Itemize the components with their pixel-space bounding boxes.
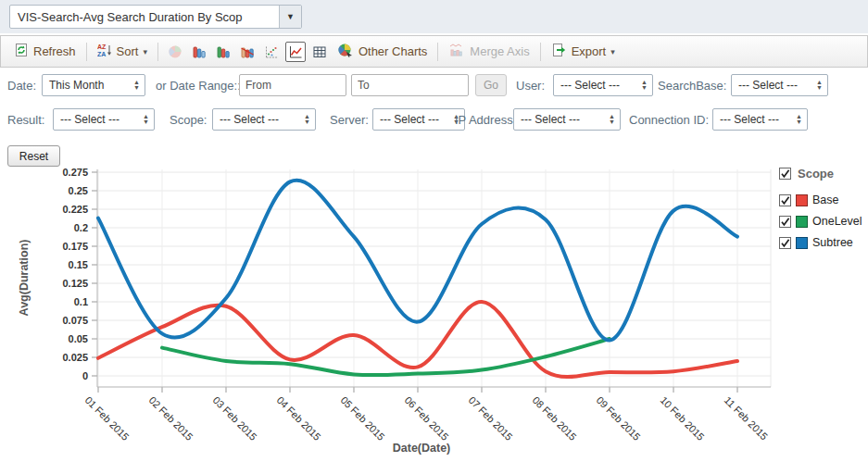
ip-address-label: IP Address: bbox=[455, 113, 516, 127]
svg-text:0.275: 0.275 bbox=[62, 167, 88, 178]
refresh-icon bbox=[14, 43, 29, 60]
line-chart-canvas: 00.0250.050.0750.10.1250.150.1750.20.225… bbox=[0, 139, 868, 474]
export-icon bbox=[551, 43, 567, 60]
checkbox-checked-icon bbox=[779, 216, 791, 228]
result-label: Result: bbox=[7, 113, 44, 127]
filter-row-1: Date: This Month ▲▼ or Date Range:: Go U… bbox=[0, 70, 868, 104]
date-range-label: or Date Range:: bbox=[156, 79, 241, 93]
series-color-swatch bbox=[796, 194, 808, 206]
date-select[interactable]: This Month ▲▼ bbox=[42, 74, 145, 96]
series-color-swatch bbox=[796, 216, 808, 228]
export-button[interactable]: Export ▾ bbox=[546, 40, 621, 63]
svg-text:AZ: AZ bbox=[97, 44, 107, 50]
bar-chart-crossed-button[interactable] bbox=[237, 42, 258, 62]
svg-text:0.175: 0.175 bbox=[62, 241, 88, 252]
svg-text:0.225: 0.225 bbox=[62, 204, 88, 215]
select-spinner-icon: ▲▼ bbox=[816, 80, 823, 91]
merge-axis-button[interactable]: Merge Axis bbox=[443, 40, 535, 63]
line-chart-button[interactable] bbox=[285, 42, 306, 62]
ip-address-select[interactable]: --- Select --- ▲▼ bbox=[513, 108, 621, 131]
go-button[interactable]: Go bbox=[475, 74, 507, 96]
svg-text:02 Feb 2015: 02 Feb 2015 bbox=[147, 394, 195, 443]
scope-label: Scope: bbox=[170, 113, 207, 127]
checkbox-checked-icon bbox=[779, 237, 791, 249]
select-spinner-icon: ▲▼ bbox=[609, 114, 615, 125]
svg-text:0.025: 0.025 bbox=[62, 352, 88, 363]
chart-legend: Scope Base OneLevel Subtree bbox=[779, 167, 862, 257]
toolbar-separator bbox=[540, 43, 541, 61]
connection-id-label: Connection ID: bbox=[629, 113, 709, 127]
svg-text:Date(Date): Date(Date) bbox=[393, 442, 451, 455]
svg-text:0.075: 0.075 bbox=[62, 315, 88, 326]
svg-text:10 Feb 2015: 10 Feb 2015 bbox=[659, 394, 707, 443]
report-selector-strip: VIS-Search-Avg Search Duration By Scop ▼ bbox=[0, 0, 868, 33]
date-from-input[interactable] bbox=[239, 74, 346, 96]
date-label: Date: bbox=[7, 79, 36, 93]
svg-text:0.1: 0.1 bbox=[74, 296, 88, 307]
select-spinner-icon: ▲▼ bbox=[641, 80, 648, 91]
series-color-swatch bbox=[796, 237, 808, 249]
svg-text:01 Feb 2015: 01 Feb 2015 bbox=[83, 394, 132, 443]
scatter-chart-button[interactable] bbox=[261, 42, 282, 62]
refresh-button[interactable]: Refresh bbox=[8, 40, 82, 63]
server-select[interactable]: --- Select --- ▲▼ bbox=[372, 108, 465, 131]
bar-chart-button[interactable] bbox=[189, 42, 209, 62]
sort-button[interactable]: AZZA Sort ▾ bbox=[92, 40, 153, 63]
svg-text:0.2: 0.2 bbox=[74, 222, 88, 233]
server-label: Server: bbox=[330, 113, 369, 127]
svg-text:06 Feb 2015: 06 Feb 2015 bbox=[403, 394, 451, 443]
user-select[interactable]: --- Select --- ▲▼ bbox=[553, 74, 653, 96]
svg-text:08 Feb 2015: 08 Feb 2015 bbox=[531, 394, 579, 443]
svg-text:0: 0 bbox=[82, 370, 88, 381]
svg-text:11 Feb 2015: 11 Feb 2015 bbox=[723, 394, 771, 443]
svg-text:0.25: 0.25 bbox=[69, 185, 88, 196]
toolbar-separator bbox=[437, 43, 438, 61]
svg-text:07 Feb 2015: 07 Feb 2015 bbox=[467, 394, 515, 443]
legend-title-toggle[interactable]: Scope bbox=[779, 167, 862, 181]
legend-item-subtree[interactable]: Subtree bbox=[779, 236, 862, 249]
svg-text:0.125: 0.125 bbox=[62, 278, 88, 289]
result-select[interactable]: --- Select --- ▲▼ bbox=[53, 108, 155, 131]
date-to-input[interactable] bbox=[351, 74, 469, 96]
searchbase-label: SearchBase: bbox=[658, 79, 726, 93]
svg-text:ZA: ZA bbox=[97, 51, 106, 57]
other-charts-button[interactable]: Other Charts bbox=[332, 40, 433, 63]
legend-item-base[interactable]: Base bbox=[779, 193, 862, 206]
merge-axis-icon bbox=[448, 43, 465, 60]
svg-text:0.15: 0.15 bbox=[69, 259, 88, 270]
scope-select[interactable]: --- Select --- ▲▼ bbox=[212, 108, 316, 131]
legend-item-onelevel[interactable]: OneLevel bbox=[779, 215, 862, 228]
other-charts-icon bbox=[337, 43, 354, 60]
user-label: User: bbox=[516, 79, 545, 93]
svg-text:03 Feb 2015: 03 Feb 2015 bbox=[211, 394, 259, 443]
chevron-down-icon: ▼ bbox=[279, 6, 301, 28]
data-table-button[interactable] bbox=[309, 42, 330, 62]
select-spinner-icon: ▲▼ bbox=[143, 114, 149, 125]
select-spinner-icon: ▲▼ bbox=[796, 114, 802, 125]
report-dropdown-value: VIS-Search-Avg Search Duration By Scop bbox=[10, 10, 279, 24]
select-spinner-icon: ▲▼ bbox=[133, 80, 140, 91]
report-dropdown[interactable]: VIS-Search-Avg Search Duration By Scop ▼ bbox=[9, 5, 302, 29]
svg-text:0.05: 0.05 bbox=[69, 333, 88, 344]
pie-chart-button[interactable] bbox=[165, 42, 185, 62]
toolbar-separator bbox=[157, 43, 158, 61]
svg-text:Avg(Duration): Avg(Duration) bbox=[18, 240, 31, 317]
svg-text:04 Feb 2015: 04 Feb 2015 bbox=[275, 394, 323, 443]
svg-text:09 Feb 2015: 09 Feb 2015 bbox=[595, 394, 643, 443]
chart-toolbar: Refresh AZZA Sort ▾ Other Charts Merge A… bbox=[0, 35, 868, 68]
filter-row-2: Result: --- Select --- ▲▼ Scope: --- Sel… bbox=[0, 105, 868, 138]
searchbase-select[interactable]: --- Select --- ▲▼ bbox=[731, 74, 828, 96]
bar-chart-grouped-button[interactable] bbox=[213, 42, 233, 62]
chevron-down-icon: ▾ bbox=[610, 47, 615, 56]
svg-text:05 Feb 2015: 05 Feb 2015 bbox=[339, 394, 387, 443]
chevron-down-icon: ▾ bbox=[143, 47, 147, 56]
connection-id-select[interactable]: --- Select --- ▲▼ bbox=[712, 108, 808, 131]
checkbox-checked-icon bbox=[779, 168, 791, 180]
toolbar-separator bbox=[86, 43, 87, 61]
checkbox-checked-icon bbox=[779, 194, 791, 206]
sort-az-icon: AZZA bbox=[97, 43, 112, 60]
select-spinner-icon: ▲▼ bbox=[304, 114, 310, 125]
